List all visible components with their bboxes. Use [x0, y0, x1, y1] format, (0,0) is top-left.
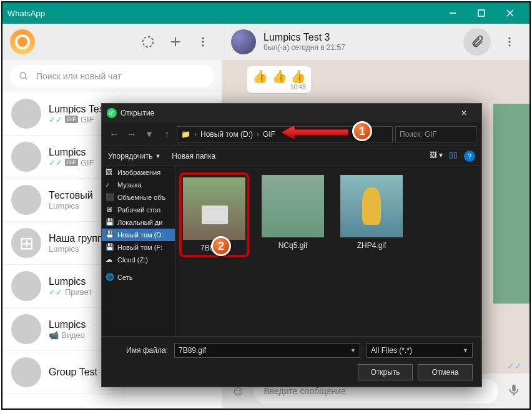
- file-open-dialog: ✆ Открытие ✕ ← → ▾ ↑ 📁 › Новый том (D:) …: [101, 103, 482, 387]
- annotation-arrow: [281, 122, 350, 145]
- avatar: [11, 271, 41, 301]
- filename-input[interactable]: 7B89.gif▼: [174, 343, 360, 358]
- view-button[interactable]: 🖼 ▾: [430, 151, 443, 162]
- up-button[interactable]: ↑: [159, 129, 174, 140]
- annotation-callout-1: 1: [352, 121, 372, 141]
- sidebar-cloud[interactable]: ☁Cloud (Z:): [102, 254, 175, 266]
- svg-point-9: [202, 44, 204, 46]
- sent-media-thumb: [493, 104, 530, 304]
- dialog-sidebar: 🖼Изображения ♪Музыка ⬛Объемные объ 🖥Рабо…: [102, 166, 175, 336]
- dialog-toolbar: Упорядочить ▼ Новая папка 🖼 ▾ ▯▯ ?: [102, 146, 481, 166]
- desktop-icon: 🖥: [106, 206, 114, 214]
- dialog-footer: Имя файла: 7B89.gif▼ All Files (*.*)▼ От…: [102, 336, 481, 387]
- avatar: [11, 99, 41, 129]
- avatar: [11, 357, 41, 387]
- music-icon: ♪: [106, 181, 114, 189]
- cloud-icon: ☁: [106, 255, 114, 264]
- drive-icon: 💾: [106, 243, 114, 252]
- sidebar-vol-d[interactable]: 💾Новый том (D:: [102, 229, 175, 241]
- help-button[interactable]: ?: [464, 151, 475, 162]
- images-icon: 🖼: [106, 168, 114, 177]
- message-time: 10:45: [252, 84, 306, 91]
- sidebar-desktop[interactable]: 🖥Рабочий стол: [102, 204, 175, 216]
- open-button[interactable]: Открыть: [358, 364, 413, 380]
- file-item[interactable]: ZHP4.gif: [339, 175, 404, 250]
- svg-point-7: [202, 37, 204, 39]
- svg-line-11: [25, 77, 27, 79]
- menu-icon[interactable]: [192, 31, 214, 53]
- preview-pane-button[interactable]: ▯▯: [449, 151, 458, 162]
- sent-check-icon: ✓✓: [507, 361, 522, 371]
- dialog-search[interactable]: Поиск: GIF: [395, 126, 476, 142]
- file-thumbnail: [340, 175, 403, 237]
- voice-button[interactable]: [507, 383, 521, 399]
- message-content: 👍 👍 👍: [252, 69, 306, 84]
- chat-header: Lumpics Test 3 был(-а) сегодня в 21:57: [222, 24, 530, 60]
- read-check-icon: ✓✓: [49, 115, 62, 124]
- back-button[interactable]: ←: [107, 129, 122, 140]
- chat-status: был(-а) сегодня в 21:57: [264, 43, 345, 52]
- network-icon: 🌐: [106, 273, 114, 282]
- sidebar-3dobjects[interactable]: ⬛Объемные объ: [102, 191, 175, 204]
- sidebar-images[interactable]: 🖼Изображения: [102, 166, 175, 179]
- avatar: [11, 314, 41, 344]
- forward-button[interactable]: →: [124, 129, 139, 140]
- chat-title: Lumpics Test 3: [264, 32, 345, 43]
- svg-point-4: [143, 37, 154, 47]
- file-thumbnail: [262, 175, 324, 237]
- filename-label: Имя файла:: [111, 346, 168, 355]
- chat-menu-icon[interactable]: [498, 31, 521, 53]
- whatsapp-icon: ✆: [107, 108, 117, 118]
- avatar: [11, 228, 41, 258]
- cancel-button[interactable]: Отмена: [418, 364, 473, 380]
- paperclip-icon: [470, 35, 484, 49]
- filetype-select[interactable]: All Files (*.*)▼: [367, 343, 473, 358]
- avatar: [11, 185, 41, 215]
- annotation-callout-2: 2: [211, 236, 231, 256]
- new-folder-button[interactable]: Новая папка: [172, 152, 215, 161]
- chat-avatar[interactable]: [231, 29, 256, 54]
- sidebar-vol-f[interactable]: 💾Новый том (F:: [102, 241, 175, 254]
- my-avatar[interactable]: [10, 29, 35, 54]
- sidebar-local-c[interactable]: 💾Локальный ди: [102, 216, 175, 229]
- cube-icon: ⬛: [106, 193, 114, 202]
- svg-point-10: [20, 72, 26, 78]
- search-input[interactable]: Поиск или новый чат: [10, 65, 214, 87]
- dialog-title: Открытие: [121, 109, 154, 117]
- search-placeholder: Поиск или новый чат: [36, 71, 121, 81]
- folder-icon: 📁: [181, 130, 190, 139]
- svg-rect-15: [512, 385, 516, 392]
- dialog-close-button[interactable]: ✕: [451, 109, 476, 117]
- attach-button[interactable]: [463, 28, 491, 56]
- sidebar-network[interactable]: 🌐Сеть: [102, 271, 175, 284]
- video-icon: 📹: [49, 330, 59, 340]
- window-title: WhatsApp: [7, 9, 438, 18]
- svg-marker-16: [281, 125, 348, 140]
- status-icon[interactable]: [137, 31, 159, 53]
- left-topbar: [2, 24, 222, 60]
- maximize-button[interactable]: [467, 2, 496, 24]
- drive-icon: 💾: [106, 230, 114, 239]
- svg-rect-1: [478, 10, 485, 16]
- file-item[interactable]: NCq5.gif: [260, 175, 325, 250]
- minimize-button[interactable]: [438, 2, 467, 24]
- search-icon: [19, 71, 29, 81]
- new-chat-icon[interactable]: [164, 31, 187, 53]
- avatar: [11, 142, 41, 172]
- microphone-icon: [507, 383, 521, 397]
- svg-point-12: [508, 37, 510, 39]
- close-button[interactable]: [496, 2, 525, 24]
- sidebar-music[interactable]: ♪Музыка: [102, 179, 175, 191]
- organize-menu[interactable]: Упорядочить ▼: [108, 152, 160, 161]
- window-titlebar: WhatsApp: [2, 2, 530, 24]
- drive-icon: 💾: [106, 218, 114, 227]
- svg-point-8: [202, 41, 204, 42]
- message-bubble[interactable]: 👍 👍 👍 10:45: [247, 66, 311, 93]
- svg-point-14: [508, 44, 510, 46]
- recent-dropdown[interactable]: ▾: [142, 128, 157, 140]
- dialog-titlebar: ✆ Открытие ✕: [102, 104, 481, 122]
- svg-point-13: [508, 41, 510, 42]
- file-thumbnail: [183, 177, 245, 240]
